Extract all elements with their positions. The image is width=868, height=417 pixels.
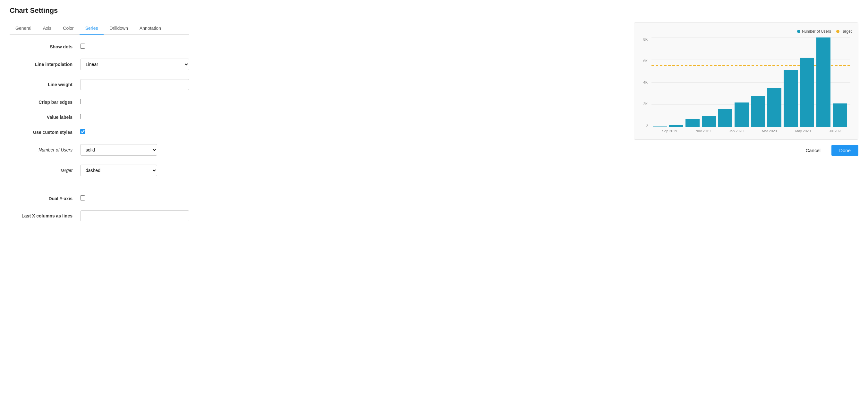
dual-y-axis-row: Dual Y-axis <box>10 194 189 203</box>
line-interpolation-row: Line interpolation Linear Smooth Step St… <box>10 57 189 71</box>
chart-svg <box>650 37 851 127</box>
target-select[interactable]: solid dashed dotted <box>80 165 157 176</box>
line-weight-row: Line weight 1.75 <box>10 78 189 91</box>
target-label: Target <box>10 168 80 173</box>
last-x-columns-row: Last X columns as lines 1 <box>10 209 189 222</box>
svg-rect-12 <box>751 96 765 127</box>
use-custom-styles-checkbox[interactable] <box>80 129 85 134</box>
crisp-bar-edges-control <box>80 99 189 105</box>
value-labels-row: Value labels <box>10 113 189 121</box>
last-x-columns-control: 1 <box>80 210 189 221</box>
tab-color[interactable]: Color <box>57 23 79 35</box>
settings-panel: General Axis Color Series Drilldown Anno… <box>10 23 189 229</box>
legend-dot-target <box>836 30 839 33</box>
crisp-bar-edges-row: Crisp bar edges <box>10 98 189 106</box>
line-weight-control: 1.75 <box>80 79 189 90</box>
number-of-users-select[interactable]: solid dashed dotted <box>80 144 157 155</box>
svg-rect-7 <box>669 125 683 127</box>
tab-series[interactable]: Series <box>80 23 104 35</box>
tab-drilldown[interactable]: Drilldown <box>103 23 134 35</box>
dual-y-axis-checkbox[interactable] <box>80 195 85 201</box>
dual-y-axis-control <box>80 195 189 202</box>
tab-general[interactable]: General <box>10 23 37 35</box>
svg-rect-10 <box>718 109 732 127</box>
svg-rect-15 <box>800 58 814 127</box>
svg-rect-9 <box>702 116 716 127</box>
use-custom-styles-control <box>80 129 189 135</box>
svg-rect-14 <box>784 70 798 127</box>
number-of-users-control: solid dashed dotted <box>80 144 189 155</box>
target-row: Target solid dashed dotted <box>10 163 189 177</box>
svg-rect-17 <box>833 103 847 127</box>
value-labels-label: Value labels <box>10 115 80 120</box>
cancel-button[interactable]: Cancel <box>798 145 828 156</box>
action-buttons: Cancel Done <box>798 145 858 156</box>
svg-rect-16 <box>816 37 831 127</box>
legend-item-target: Target <box>836 29 851 34</box>
last-x-columns-label: Last X columns as lines <box>10 213 80 218</box>
crisp-bar-edges-checkbox[interactable] <box>80 99 85 104</box>
line-interpolation-select[interactable]: Linear Smooth Step Step Before Step Afte… <box>80 59 189 70</box>
legend-dot-users <box>797 30 800 33</box>
line-interpolation-control: Linear Smooth Step Step Before Step Afte… <box>80 59 189 70</box>
number-of-users-label: Number of Users <box>10 147 80 152</box>
chart-legend: Number of Users Target <box>641 29 851 34</box>
value-labels-checkbox[interactable] <box>80 114 85 119</box>
last-x-columns-input[interactable]: 1 <box>80 210 189 221</box>
svg-rect-6 <box>653 127 667 127</box>
tab-annotation[interactable]: Annotation <box>134 23 167 35</box>
legend-label-target: Target <box>841 29 851 34</box>
line-weight-input[interactable]: 1.75 <box>80 79 189 90</box>
done-button[interactable]: Done <box>831 145 858 156</box>
crisp-bar-edges-label: Crisp bar edges <box>10 100 80 105</box>
tabs-bar: General Axis Color Series Drilldown Anno… <box>10 23 189 35</box>
line-interpolation-label: Line interpolation <box>10 62 80 67</box>
target-control: solid dashed dotted <box>80 165 189 176</box>
show-dots-control <box>80 43 189 50</box>
show-dots-label: Show dots <box>10 44 80 49</box>
show-dots-checkbox[interactable] <box>80 43 85 49</box>
legend-item-users: Number of Users <box>797 29 831 34</box>
chart-area <box>650 37 851 127</box>
svg-rect-8 <box>685 119 700 127</box>
chart-container: Number of Users Target 0 2K 4K 6K 8K <box>634 23 858 140</box>
show-dots-row: Show dots <box>10 42 189 51</box>
dual-y-axis-label: Dual Y-axis <box>10 196 80 201</box>
value-labels-control <box>80 114 189 120</box>
svg-rect-13 <box>767 88 781 127</box>
number-of-users-row: Number of Users solid dashed dotted <box>10 143 189 157</box>
use-custom-styles-row: Use custom styles <box>10 128 189 136</box>
use-custom-styles-label: Use custom styles <box>10 130 80 135</box>
legend-label-users: Number of Users <box>802 29 831 34</box>
right-panel: Number of Users Target 0 2K 4K 6K 8K <box>202 23 858 156</box>
tab-axis[interactable]: Axis <box>37 23 57 35</box>
line-weight-label: Line weight <box>10 82 80 87</box>
x-axis: Sep 2019 Nov 2019 Jan 2020 Mar 2020 May … <box>641 129 851 133</box>
chart-body: 0 2K 4K 6K 8K <box>641 37 851 127</box>
y-axis: 0 2K 4K 6K 8K <box>641 37 650 127</box>
page-title: Chart Settings <box>10 6 858 15</box>
svg-rect-11 <box>735 103 749 127</box>
